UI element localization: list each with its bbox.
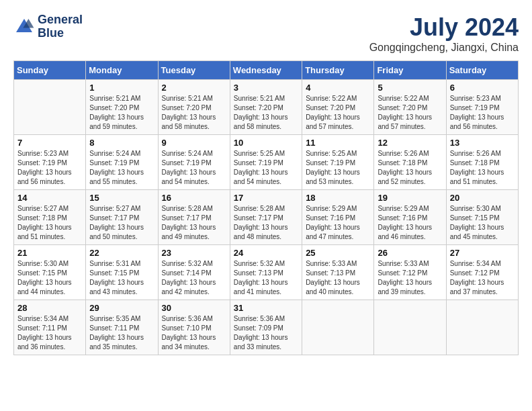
calendar-cell: 18Sunrise: 5:29 AMSunset: 7:16 PMDayligh… [302,190,374,245]
calendar-cell: 26Sunrise: 5:33 AMSunset: 7:12 PMDayligh… [374,245,446,300]
header-day-thursday: Thursday [302,61,374,80]
day-info: Sunrise: 5:21 AMSunset: 7:20 PMDaylight:… [89,94,154,132]
day-number: 3 [234,83,298,93]
header-day-saturday: Saturday [446,61,518,80]
day-info: Sunrise: 5:29 AMSunset: 7:16 PMDaylight:… [378,204,442,242]
calendar-cell: 11Sunrise: 5:25 AMSunset: 7:19 PMDayligh… [302,135,374,190]
day-number: 15 [89,193,154,203]
calendar-cell: 16Sunrise: 5:28 AMSunset: 7:17 PMDayligh… [158,190,230,245]
day-number: 1 [89,83,154,93]
calendar-cell: 31Sunrise: 5:36 AMSunset: 7:09 PMDayligh… [230,300,302,355]
day-info: Sunrise: 5:25 AMSunset: 7:19 PMDaylight:… [234,149,298,187]
day-number: 4 [306,83,370,93]
logo: General Blue [13,13,83,40]
day-info: Sunrise: 5:28 AMSunset: 7:17 PMDaylight:… [234,204,298,242]
day-number: 10 [234,138,298,148]
calendar-cell: 22Sunrise: 5:31 AMSunset: 7:15 PMDayligh… [86,245,158,300]
day-number: 27 [450,248,515,258]
calendar-cell: 23Sunrise: 5:32 AMSunset: 7:14 PMDayligh… [158,245,230,300]
calendar-cell: 9Sunrise: 5:24 AMSunset: 7:19 PMDaylight… [158,135,230,190]
calendar-table: SundayMondayTuesdayWednesdayThursdayFrid… [13,60,519,355]
day-info: Sunrise: 5:34 AMSunset: 7:11 PMDaylight:… [17,314,82,352]
calendar-header: SundayMondayTuesdayWednesdayThursdayFrid… [14,61,519,80]
day-info: Sunrise: 5:23 AMSunset: 7:19 PMDaylight:… [17,149,82,187]
header-day-tuesday: Tuesday [158,61,230,80]
day-info: Sunrise: 5:21 AMSunset: 7:20 PMDaylight:… [234,94,298,132]
day-number: 29 [89,303,154,313]
day-number: 30 [162,303,226,313]
day-info: Sunrise: 5:33 AMSunset: 7:13 PMDaylight:… [306,259,370,297]
day-number: 16 [162,193,226,203]
calendar-cell: 6Sunrise: 5:23 AMSunset: 7:19 PMDaylight… [446,80,518,135]
day-info: Sunrise: 5:26 AMSunset: 7:18 PMDaylight:… [450,149,515,187]
day-number: 31 [234,303,298,313]
calendar-cell: 28Sunrise: 5:34 AMSunset: 7:11 PMDayligh… [14,300,86,355]
day-info: Sunrise: 5:21 AMSunset: 7:20 PMDaylight:… [162,94,226,132]
calendar-cell: 29Sunrise: 5:35 AMSunset: 7:11 PMDayligh… [86,300,158,355]
calendar-cell: 10Sunrise: 5:25 AMSunset: 7:19 PMDayligh… [230,135,302,190]
logo-icon [13,16,35,38]
day-info: Sunrise: 5:24 AMSunset: 7:19 PMDaylight:… [89,149,154,187]
day-number: 20 [450,193,515,203]
calendar-cell: 8Sunrise: 5:24 AMSunset: 7:19 PMDaylight… [86,135,158,190]
calendar-week-3: 14Sunrise: 5:27 AMSunset: 7:18 PMDayligh… [14,190,519,245]
day-number: 24 [234,248,298,258]
calendar-cell: 20Sunrise: 5:30 AMSunset: 7:15 PMDayligh… [446,190,518,245]
page-header: General Blue July 2024 Gongqingcheng, Ji… [13,13,519,54]
day-number: 28 [17,303,82,313]
day-number: 12 [378,138,442,148]
calendar-cell: 30Sunrise: 5:36 AMSunset: 7:10 PMDayligh… [158,300,230,355]
calendar-week-5: 28Sunrise: 5:34 AMSunset: 7:11 PMDayligh… [14,300,519,355]
day-number: 2 [162,83,226,93]
calendar-cell: 5Sunrise: 5:22 AMSunset: 7:20 PMDaylight… [374,80,446,135]
day-info: Sunrise: 5:34 AMSunset: 7:12 PMDaylight:… [450,259,515,297]
day-number: 7 [17,138,82,148]
calendar-cell: 21Sunrise: 5:30 AMSunset: 7:15 PMDayligh… [14,245,86,300]
day-info: Sunrise: 5:35 AMSunset: 7:11 PMDaylight:… [89,314,154,352]
day-number: 17 [234,193,298,203]
day-info: Sunrise: 5:30 AMSunset: 7:15 PMDaylight:… [17,259,82,297]
calendar-week-4: 21Sunrise: 5:30 AMSunset: 7:15 PMDayligh… [14,245,519,300]
day-number: 19 [378,193,442,203]
day-number: 5 [378,83,442,93]
logo-text: General Blue [38,13,83,40]
calendar-cell: 15Sunrise: 5:27 AMSunset: 7:17 PMDayligh… [86,190,158,245]
calendar-cell: 12Sunrise: 5:26 AMSunset: 7:18 PMDayligh… [374,135,446,190]
day-info: Sunrise: 5:36 AMSunset: 7:10 PMDaylight:… [162,314,226,352]
day-info: Sunrise: 5:32 AMSunset: 7:13 PMDaylight:… [234,259,298,297]
day-info: Sunrise: 5:32 AMSunset: 7:14 PMDaylight:… [162,259,226,297]
calendar-cell: 2Sunrise: 5:21 AMSunset: 7:20 PMDaylight… [158,80,230,135]
calendar-cell: 14Sunrise: 5:27 AMSunset: 7:18 PMDayligh… [14,190,86,245]
day-number: 14 [17,193,82,203]
calendar-cell: 17Sunrise: 5:28 AMSunset: 7:17 PMDayligh… [230,190,302,245]
day-info: Sunrise: 5:29 AMSunset: 7:16 PMDaylight:… [306,204,370,242]
day-info: Sunrise: 5:22 AMSunset: 7:20 PMDaylight:… [306,94,370,132]
header-day-wednesday: Wednesday [230,61,302,80]
month-title: July 2024 [369,13,519,42]
calendar-cell: 1Sunrise: 5:21 AMSunset: 7:20 PMDaylight… [86,80,158,135]
calendar-week-2: 7Sunrise: 5:23 AMSunset: 7:19 PMDaylight… [14,135,519,190]
day-info: Sunrise: 5:27 AMSunset: 7:17 PMDaylight:… [89,204,154,242]
day-info: Sunrise: 5:25 AMSunset: 7:19 PMDaylight:… [306,149,370,187]
calendar-cell [302,300,374,355]
day-info: Sunrise: 5:28 AMSunset: 7:17 PMDaylight:… [162,204,226,242]
day-number: 11 [306,138,370,148]
location-title: Gongqingcheng, Jiangxi, China [369,42,519,54]
calendar-cell: 3Sunrise: 5:21 AMSunset: 7:20 PMDaylight… [230,80,302,135]
day-number: 8 [89,138,154,148]
header-row: SundayMondayTuesdayWednesdayThursdayFrid… [14,61,519,80]
day-number: 6 [450,83,515,93]
header-day-sunday: Sunday [14,61,86,80]
calendar-cell: 7Sunrise: 5:23 AMSunset: 7:19 PMDaylight… [14,135,86,190]
day-info: Sunrise: 5:30 AMSunset: 7:15 PMDaylight:… [450,204,515,242]
day-number: 26 [378,248,442,258]
calendar-cell: 27Sunrise: 5:34 AMSunset: 7:12 PMDayligh… [446,245,518,300]
calendar-cell: 19Sunrise: 5:29 AMSunset: 7:16 PMDayligh… [374,190,446,245]
day-info: Sunrise: 5:23 AMSunset: 7:19 PMDaylight:… [450,94,515,132]
header-day-friday: Friday [374,61,446,80]
day-number: 22 [89,248,154,258]
calendar-cell: 13Sunrise: 5:26 AMSunset: 7:18 PMDayligh… [446,135,518,190]
calendar-cell: 4Sunrise: 5:22 AMSunset: 7:20 PMDaylight… [302,80,374,135]
day-info: Sunrise: 5:22 AMSunset: 7:20 PMDaylight:… [378,94,442,132]
calendar-cell: 25Sunrise: 5:33 AMSunset: 7:13 PMDayligh… [302,245,374,300]
